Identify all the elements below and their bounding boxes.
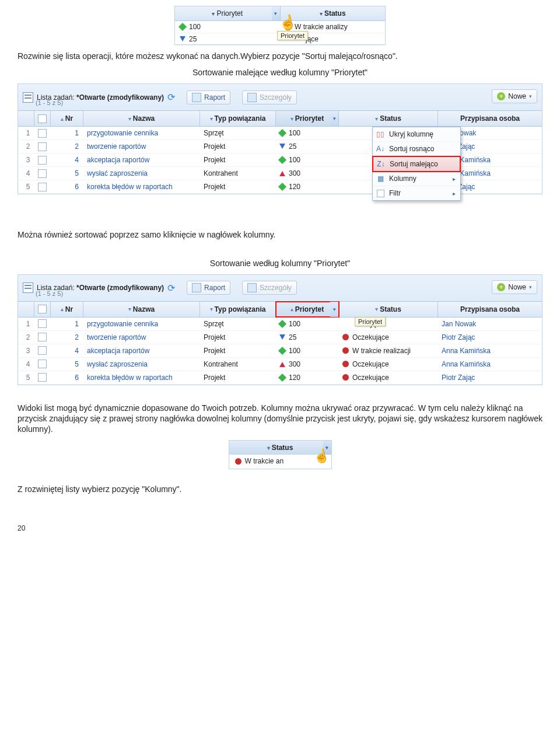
person-link[interactable]: Piotr Zając (438, 374, 542, 382)
table-row[interactable]: 56korekta błędów w raportachProjekt120Oc… (18, 371, 542, 385)
task-name-link[interactable]: akceptacja raportów (83, 156, 200, 164)
column-context-menu: ▯▯Ukryj kolumnę A↓Sortuj rosnąco Z↓Sortu… (372, 127, 461, 201)
status-dot-icon (342, 374, 349, 381)
menu-columns[interactable]: ▦Kolumny▸ (373, 172, 460, 186)
row-checkbox[interactable] (34, 360, 51, 368)
col-header-typ[interactable]: ▾Typ powiązania (200, 302, 276, 317)
diamond-green-icon (278, 320, 286, 328)
cursor-hand-icon: ☝ (278, 15, 298, 32)
task-name-link[interactable]: korekta błędów w raportach (83, 374, 200, 382)
col-header-nazwa[interactable]: ▾Nazwa (83, 302, 200, 317)
row-checkbox[interactable] (34, 156, 51, 165)
new-button[interactable]: +Nowe▾ (492, 280, 537, 294)
columns-icon: ▦ (376, 174, 385, 183)
new-button[interactable]: +Nowe▾ (492, 89, 537, 103)
chevron-down-icon: ▾ (529, 284, 532, 290)
task-name-link[interactable]: wysłać zaproszenia (83, 360, 200, 368)
arrow-down-icon (279, 334, 285, 340)
row-checkbox[interactable] (34, 183, 51, 191)
chevron-right-icon: ▸ (453, 176, 456, 182)
col-header-index (18, 111, 34, 126)
details-icon (247, 93, 257, 102)
filter-icon (376, 189, 385, 198)
menu-sort-asc[interactable]: A↓Sortuj rosnąco (373, 142, 460, 156)
task-name-link[interactable]: tworzenie raportów (83, 333, 200, 341)
col-header-person[interactable]: Przypisana osoba (438, 302, 542, 317)
col-header-person[interactable]: Przypisana osoba (438, 111, 542, 126)
col-header-status[interactable]: ▾Status (339, 111, 438, 126)
task-name-link[interactable]: wysłać zaproszenia (83, 169, 200, 177)
task-grid-2: Lista zadań: *Otwarte (zmodyfikowany) ⟳ … (18, 274, 542, 385)
menu-sort-desc[interactable]: Z↓Sortuj malejąco (373, 156, 460, 172)
row-checkbox[interactable] (34, 333, 51, 341)
task-name-link[interactable]: tworzenie raportów (83, 142, 200, 151)
task-name-link[interactable]: przygotowanie cennika (83, 320, 200, 328)
caption: Sortowanie malejące według kolumny "Prio… (18, 67, 542, 78)
col-header-nazwa[interactable]: ▾Nazwa (83, 111, 200, 126)
col-header-checkbox[interactable] (34, 302, 51, 317)
chevron-down-icon: ▾ (529, 93, 532, 99)
table-row[interactable]: 34akceptacja raportówProjekt100iAnna Kam… (18, 154, 542, 167)
col-header-status[interactable]: Status (281, 6, 386, 20)
sort-asc-icon: A↓ (376, 144, 385, 154)
diamond-green-icon (278, 374, 286, 382)
details-icon (247, 283, 257, 292)
table-row[interactable]: 34akceptacja raportówProjekt100W trakcie… (18, 344, 542, 358)
details-button[interactable]: Szczegóły (242, 281, 297, 295)
table-row[interactable]: 22tworzenie raportówProjekt25OczekująceP… (18, 331, 542, 344)
grid-count: (1 - 5 z 5) (36, 290, 63, 297)
row-checkbox[interactable] (34, 373, 51, 382)
paragraph: Rozwinie się lista operacji, które możes… (18, 51, 542, 61)
col-header-priorytet[interactable]: Priorytet ▾ (175, 6, 281, 20)
col-header-priorytet[interactable]: ▴Priorytet▾ (276, 302, 339, 317)
task-name-link[interactable]: przygotowanie cennika (83, 129, 200, 137)
arrow-down-icon (180, 36, 186, 42)
tooltip: Priorytet (277, 31, 308, 40)
table-row[interactable]: 22tworzenie raportówProjekt25Piotr Zając (18, 140, 542, 154)
row-checkbox[interactable] (34, 169, 51, 178)
menu-filter[interactable]: Filtr▸ (373, 186, 460, 200)
details-button[interactable]: Szczegóły (242, 90, 297, 104)
diamond-green-icon (278, 183, 286, 191)
col-header-typ[interactable]: ▾Typ powiązania (200, 111, 276, 126)
list-icon (23, 282, 33, 293)
col-header-priorytet[interactable]: ▾Priorytet▾ (276, 111, 339, 126)
table-row[interactable]: 56korekta błędów w raportachProjekt120Pi… (18, 180, 542, 194)
table-row[interactable]: 11przygotowanie cennikaSprzęt100Jan Nowa… (18, 127, 542, 140)
sort-desc-icon (320, 9, 324, 18)
table-row[interactable]: 11przygotowanie cennikaSprzęt100jąceJan … (18, 318, 542, 331)
diamond-green-icon (178, 23, 187, 31)
paragraph: Widoki list mogą być dynamicznie dopasow… (18, 403, 542, 435)
figure-column-hover: ▾Status▾ W trakcie an ☝ (229, 440, 332, 469)
cursor-hand-icon: ☝ (312, 448, 330, 465)
person-link[interactable]: Piotr Zając (438, 333, 542, 341)
table-row[interactable]: 45wysłać zaproszeniaKontrahent300Anna Ka… (18, 167, 542, 180)
task-name-link[interactable]: korekta błędów w raportach (83, 183, 200, 191)
task-name-link[interactable]: akceptacja raportów (83, 347, 200, 355)
col-header-checkbox[interactable] (34, 111, 51, 126)
refresh-icon[interactable]: ⟳ (167, 92, 175, 103)
row-checkbox[interactable] (34, 129, 51, 138)
report-button[interactable]: Raport (187, 281, 230, 295)
person-link[interactable]: Jan Nowak (438, 320, 542, 328)
page-number: 20 (18, 524, 542, 532)
sort-desc-icon: Z↓ (376, 159, 386, 169)
row-checkbox[interactable] (34, 346, 51, 355)
table-row[interactable]: 45wysłać zaproszeniaKontrahent300Oczekuj… (18, 358, 542, 371)
row-checkbox[interactable] (34, 319, 51, 328)
col-header-nr[interactable]: ▴Nr (51, 302, 83, 317)
col-header-status[interactable]: ▾Status (339, 302, 438, 317)
paragraph: Można również sortować poprzez samo klik… (18, 229, 542, 240)
column-dropdown-icon[interactable]: ▾ (330, 302, 338, 317)
grid-count: (1 - 5 z 5) (36, 99, 63, 106)
refresh-icon[interactable]: ⟳ (167, 282, 175, 294)
report-button[interactable]: Raport (187, 90, 230, 104)
person-link[interactable]: Anna Kamińska (438, 360, 542, 368)
person-link[interactable]: Anna Kamińska (438, 347, 542, 355)
column-dropdown-icon[interactable]: ▾ (330, 111, 338, 126)
col-header-nr[interactable]: ▴Nr (51, 111, 83, 126)
menu-hide-column[interactable]: ▯▯Ukryj kolumnę (373, 127, 460, 142)
row-checkbox[interactable] (34, 142, 51, 151)
diamond-green-icon (278, 129, 286, 137)
arrow-down-icon (279, 144, 285, 149)
